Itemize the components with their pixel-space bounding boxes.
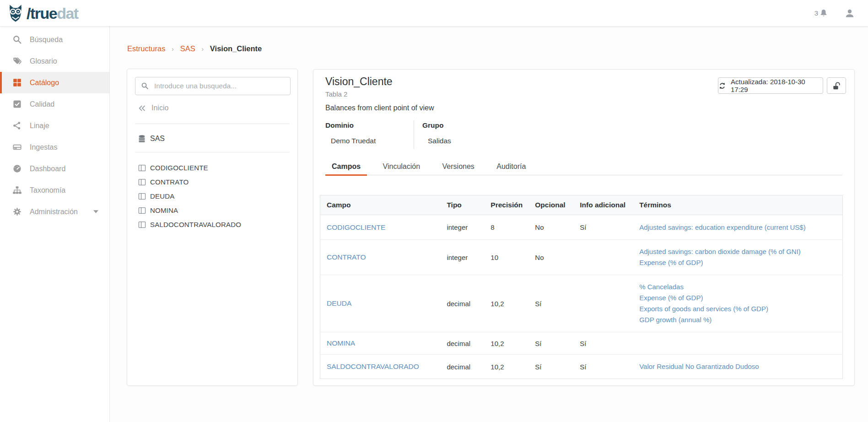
tree-item-contrato[interactable]: CONTRATO — [138, 175, 241, 189]
cell-tipo: integer — [440, 215, 484, 240]
cell-tipo: decimal — [440, 355, 484, 379]
sitemap-icon — [12, 185, 22, 195]
bell-icon — [819, 8, 829, 19]
term-link[interactable]: Adjusted savings: education expenditure … — [639, 222, 840, 233]
tree-item-label: DEUDA — [150, 192, 175, 200]
term-link[interactable]: Exports of goods and services (% of GDP) — [639, 303, 840, 314]
structure-description: Balances from client point of view — [325, 104, 434, 112]
lock-toggle-button[interactable] — [827, 77, 846, 94]
breadcrumb-separator: › — [167, 45, 178, 53]
sidebar-item-ingestas[interactable]: Ingestas — [0, 136, 109, 158]
cell-precision: 10,2 — [484, 355, 528, 379]
refresh-icon — [718, 82, 726, 90]
refresh-updated-button[interactable]: Actualizada: 2018-10-30 17:29 — [718, 77, 823, 94]
detail-tabs: Campos Vinculación Versiones Auditoría — [325, 159, 842, 175]
cell-opcional: No — [528, 240, 573, 275]
field-link[interactable]: CONTRATO — [327, 253, 366, 261]
logo-wordmark: /truedat — [27, 4, 78, 22]
tree-item-label: CONTRATO — [150, 178, 189, 186]
cell-info-adicional: Sí — [573, 355, 633, 379]
user-icon — [844, 8, 855, 19]
sidebar-item-label: Ingestas — [30, 143, 57, 151]
cell-info-adicional — [573, 240, 633, 275]
owl-logo-icon — [6, 4, 25, 22]
structure-tree-panel: Inicio SAS CODIGOCLIENTE CONTRATO DEUDA — [127, 69, 298, 386]
cell-opcional: Sí — [528, 275, 573, 332]
sidebar-item-dashboard[interactable]: Dashboard — [0, 158, 109, 179]
term-link[interactable]: Expense (% of GDP) — [639, 257, 840, 268]
tree-item-codigocliente[interactable]: CODIGOCLIENTE — [138, 161, 241, 175]
tab-auditoria[interactable]: Auditoría — [490, 159, 532, 175]
tree-back-to-home[interactable]: Inicio — [138, 104, 168, 112]
user-menu-button[interactable] — [844, 8, 855, 19]
term-link[interactable]: Adjusted savings: carbon dioxide damage … — [639, 246, 840, 257]
field-link[interactable]: CODIGOCLIENTE — [327, 223, 385, 231]
tab-campos[interactable]: Campos — [325, 159, 367, 175]
term-link[interactable]: Expense (% of GDP) — [639, 292, 840, 303]
sidebar-item-label: Calidad — [30, 100, 54, 108]
term-link[interactable]: GDP growth (annual %) — [639, 314, 840, 325]
tree-item-deuda[interactable]: DEUDA — [138, 189, 241, 203]
sidebar-item-label: Glosario — [30, 57, 57, 65]
cell-info-adicional — [573, 275, 633, 332]
divider — [135, 124, 290, 124]
field-link[interactable]: DEUDA — [327, 299, 351, 307]
sidebar-item-label: Administración — [30, 208, 78, 216]
table-row: DEUDA decimal 10,2 Sí % Canceladas Expen… — [320, 275, 843, 332]
column-header-tipo: Tipo — [440, 195, 484, 215]
cell-precision: 8 — [484, 215, 528, 240]
breadcrumb-link-estructuras[interactable]: Estructuras — [127, 44, 165, 53]
database-icon — [138, 135, 146, 143]
sidebar-item-catalogo[interactable]: Catálogo — [0, 72, 109, 93]
domain-label: Dominio — [325, 121, 354, 130]
tree-item-label: NOMINA — [150, 206, 178, 214]
notifications-button[interactable]: 3 — [814, 8, 829, 19]
fields-table-container: Campo Tipo Precisión Opcional Info adici… — [320, 195, 843, 379]
tree-item-saldocontravalorado[interactable]: SALDOCONTRAVALORADO — [138, 217, 241, 232]
double-chevron-left-icon — [138, 105, 146, 112]
structure-type-label: Tabla 2 — [325, 90, 347, 98]
tags-icon — [12, 56, 22, 66]
truedat-logo[interactable]: /truedat — [6, 4, 78, 22]
divider — [135, 152, 290, 152]
tree-item-nomina[interactable]: NOMINA — [138, 203, 241, 217]
sidebar-item-calidad[interactable]: Calidad — [0, 93, 109, 115]
tree-search-input[interactable] — [135, 77, 291, 95]
group-value: Salidas — [428, 137, 451, 145]
sidebar-item-label: Búsqueda — [30, 36, 63, 44]
sidebar-nav: Búsqueda Glosario Catálogo Calid — [0, 26, 110, 422]
table-row: CONTRATO integer 10 No Adjusted savings:… — [320, 240, 843, 275]
tab-versiones[interactable]: Versiones — [436, 159, 481, 175]
field-link[interactable]: NOMINA — [327, 339, 355, 347]
column-header-terminos: Términos — [633, 195, 842, 215]
search-icon — [141, 82, 149, 90]
sidebar-item-administracion[interactable]: Administración — [0, 201, 109, 222]
updated-timestamp: Actualizada: 2018-10-30 17:29 — [731, 78, 823, 93]
sidebar-item-label: Taxonomía — [30, 186, 65, 195]
gauge-icon — [12, 164, 22, 173]
page-title: Vision_Cliente — [325, 76, 393, 88]
notification-count: 3 — [814, 9, 818, 17]
divider — [414, 120, 414, 149]
sidebar-item-busqueda[interactable]: Búsqueda — [0, 29, 109, 50]
cell-precision: 10 — [484, 240, 528, 275]
search-icon — [12, 35, 22, 44]
breadcrumb-link-sas[interactable]: SAS — [180, 44, 195, 53]
fields-table: Campo Tipo Precisión Opcional Info adici… — [320, 195, 843, 379]
sidebar-item-glosario[interactable]: Glosario — [0, 50, 109, 72]
sidebar-item-taxonomia[interactable]: Taxonomía — [0, 179, 109, 201]
cell-tipo: decimal — [440, 275, 484, 332]
cell-precision: 10,2 — [484, 275, 528, 332]
cell-precision: 10,2 — [484, 332, 528, 355]
table-row: CODIGOCLIENTE integer 8 No Sí Adjusted s… — [320, 215, 843, 240]
tab-vinculacion[interactable]: Vinculación — [377, 159, 427, 175]
cell-info-adicional: Sí — [573, 215, 633, 240]
top-navbar: /truedat 3 — [0, 0, 868, 26]
term-link[interactable]: Valor Residual No Garantizado Dudoso — [639, 361, 840, 372]
grid-icon — [12, 78, 22, 87]
sidebar-item-linaje[interactable]: Linaje — [0, 115, 109, 136]
column-header-precision: Precisión — [484, 195, 528, 215]
field-link[interactable]: SALDOCONTRAVALORADO — [327, 362, 419, 370]
tree-system-node[interactable]: SAS — [138, 132, 165, 145]
term-link[interactable]: % Canceladas — [639, 281, 840, 292]
